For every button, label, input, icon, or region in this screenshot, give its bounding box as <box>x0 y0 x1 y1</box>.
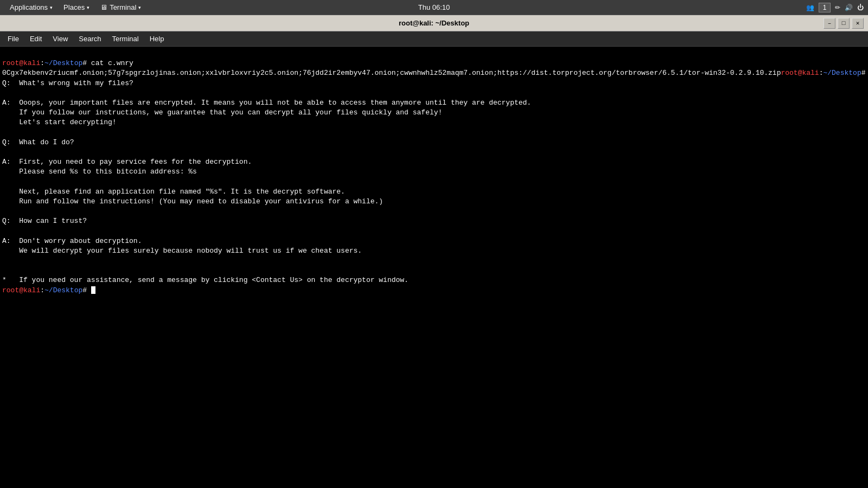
line-a2-1: A: First, you need to pay service fees f… <box>2 158 252 166</box>
terminal-title: root@kali: ~/Desktop <box>399 19 469 27</box>
menu-search[interactable]: Search <box>73 34 106 44</box>
terminal-icon: 🖥 <box>100 3 107 11</box>
volume-icon-area[interactable]: 🔊 <box>845 4 853 11</box>
terminal-titlebar: root@kali: ~/Desktop – □ ✕ <box>0 15 868 31</box>
line-a1-1: A: Ooops, your important files are encry… <box>2 99 531 107</box>
minimize-button[interactable]: – <box>824 18 835 29</box>
line-a1-3: Let's start decrypting! <box>2 118 117 126</box>
terminal-chevron: ▾ <box>138 5 141 10</box>
menu-terminal[interactable]: Terminal <box>107 34 144 44</box>
menu-file[interactable]: File <box>2 34 24 44</box>
datetime-text: Thu 06:10 <box>418 3 450 11</box>
titlebar-controls: – □ ✕ <box>824 18 864 29</box>
line-q3: Q: How can I trust? <box>2 217 87 225</box>
maximize-button[interactable]: □ <box>838 18 850 29</box>
system-clock: Thu 06:10 <box>418 3 450 11</box>
applications-chevron: ▾ <box>50 5 53 10</box>
terminal-label: Terminal <box>110 3 136 11</box>
menu-edit[interactable]: Edit <box>24 34 47 44</box>
line-1: root@kali:~/Desktop# cat c.wnry <box>2 59 133 67</box>
users-icon: 👥 <box>806 4 814 11</box>
cursor <box>91 286 95 294</box>
places-chevron: ▾ <box>87 5 90 10</box>
line-2: 0Cgx7ekbenv2riucmf.onion;57g7spgrzlojina… <box>2 69 868 77</box>
terminal-menubar: File Edit View Search Terminal Help <box>0 31 868 47</box>
power-icon: ⏻ <box>857 4 864 11</box>
edit-icon-area[interactable]: ✏ <box>835 4 840 11</box>
volume-icon: 🔊 <box>845 4 853 11</box>
workspace-number: 1 <box>823 4 827 11</box>
line-q1: Q: What's wrong with my files? <box>2 79 133 87</box>
menu-help[interactable]: Help <box>144 34 170 44</box>
places-menu[interactable]: Places ▾ <box>58 0 95 15</box>
line-a2-3: Next, please find an application file na… <box>2 188 345 196</box>
line-a1-2: If you follow our instructions, we guara… <box>2 108 442 117</box>
line-a3-2: We will decrypt your files surely becaus… <box>2 247 362 255</box>
places-label: Places <box>63 3 85 11</box>
applications-menu[interactable]: Applications ▾ <box>4 0 58 15</box>
line-q2: Q: What do I do? <box>2 138 74 146</box>
line-a2-2: Please send %s to this bitcoin address: … <box>2 168 197 176</box>
line-final: root@kali:~/Desktop# <box>2 286 95 294</box>
sys-bar-left: Applications ▾ Places ▾ 🖥 Terminal ▾ <box>4 0 146 15</box>
line-a3-1: A: Don't worry about decryption. <box>2 237 142 245</box>
sys-bar-right: 👥 1 ✏ 🔊 ⏻ <box>806 3 864 12</box>
power-icon-area[interactable]: ⏻ <box>857 4 864 11</box>
line-note: * If you need our assistance, send a mes… <box>2 276 409 284</box>
close-button[interactable]: ✕ <box>852 18 864 29</box>
terminal-menu-bar[interactable]: 🖥 Terminal ▾ <box>95 0 146 15</box>
workspace-badge[interactable]: 1 <box>819 3 831 12</box>
menu-view[interactable]: View <box>47 34 73 44</box>
users-icon-area: 👥 <box>806 4 814 11</box>
line-a2-4: Run and follow the instructions! (You ma… <box>2 197 383 206</box>
edit-icon: ✏ <box>835 4 840 11</box>
terminal-window: root@kali: ~/Desktop – □ ✕ File Edit Vie… <box>0 15 868 488</box>
system-bar: Applications ▾ Places ▾ 🖥 Terminal ▾ Thu… <box>0 0 868 15</box>
applications-label: Applications <box>10 3 48 11</box>
terminal-content[interactable]: root@kali:~/Desktop# cat c.wnry 0Cgx7ekb… <box>0 47 868 488</box>
